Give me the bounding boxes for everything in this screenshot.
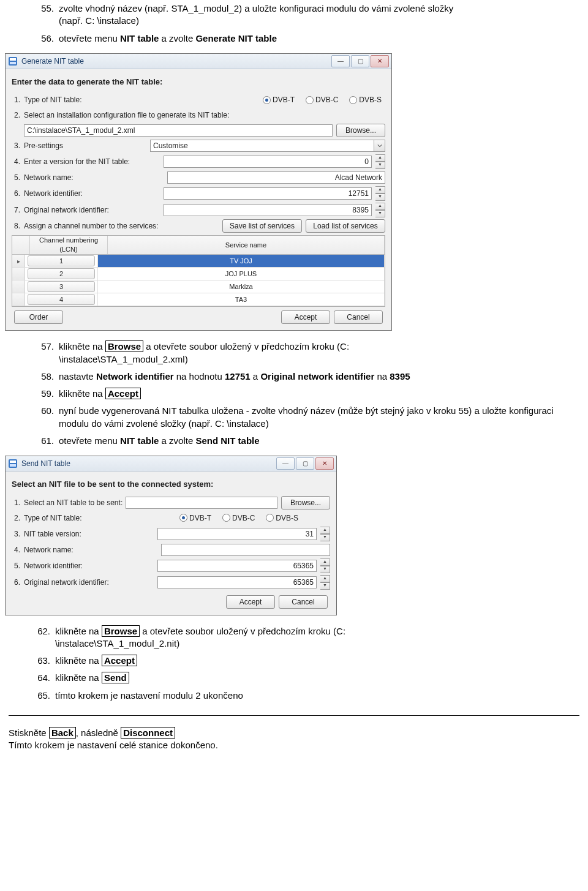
row-number: 5.	[12, 173, 20, 182]
accept-button[interactable]: Accept	[281, 310, 330, 324]
radio-dvbc[interactable]: DVB-C	[306, 95, 338, 105]
minimize-button[interactable]: —	[331, 55, 350, 67]
cancel-button[interactable]: Cancel	[279, 595, 328, 609]
close-button[interactable]: ✕	[315, 457, 334, 470]
minimize-button[interactable]: —	[276, 457, 295, 470]
table-row[interactable]: 2JOJ PLUS	[12, 268, 385, 280]
step-text: nastavte	[59, 371, 96, 382]
maximize-button[interactable]: ▢	[296, 457, 314, 470]
step-65: 65.tímto krokem je nastavení modulu 2 uk…	[0, 687, 588, 704]
step-text: klikněte na	[55, 626, 102, 636]
config-file-input[interactable]: C:\instalace\STA_1_modul_2.xml	[24, 124, 333, 137]
row-marker	[12, 280, 25, 293]
spinner-arrows[interactable]: ▲▼	[320, 527, 330, 541]
lcn-button[interactable]: 2	[28, 268, 95, 279]
chevron-down-icon: ▼	[320, 582, 330, 590]
step-bold: NIT table	[120, 33, 159, 43]
row-label: Original network identifier:	[24, 205, 146, 215]
step-text: na	[374, 371, 390, 382]
presettings-combo[interactable]: Customise	[150, 140, 385, 152]
step-text: klikněte na	[55, 672, 102, 683]
radio-icon	[263, 96, 271, 104]
cell-lcn[interactable]: 3	[25, 280, 98, 293]
spinner-arrows[interactable]: ▲▼	[320, 575, 330, 590]
cell-lcn[interactable]: 2	[25, 268, 98, 280]
row-orig-network-id: 6. Original network identifier: 65365 ▲▼	[12, 575, 330, 590]
table-row[interactable]: 4TA3	[12, 293, 385, 306]
titlebar[interactable]: Generate NIT table — ▢ ✕	[6, 54, 391, 69]
chevron-up-icon: ▲	[375, 154, 385, 162]
radio-dvbt[interactable]: DVB-T	[179, 513, 211, 523]
row-version: 3. NIT table version: 31 ▲▼	[12, 527, 330, 541]
row-label: Pre-settings	[24, 141, 146, 151]
row-label: Network name:	[24, 173, 146, 182]
close-button[interactable]: ✕	[371, 55, 389, 67]
network-id-input[interactable]: 65365	[157, 560, 317, 572]
radio-dvbc[interactable]: DVB-C	[222, 513, 255, 523]
row-number: 4.	[12, 157, 20, 167]
table-row[interactable]: 3Markiza	[12, 280, 385, 293]
radio-label: DVB-S	[276, 513, 298, 523]
combo-value: Customise	[150, 140, 374, 152]
step-56: 56.otevřete menu NIT table a zvolte Gene…	[0, 30, 588, 47]
spinner-arrows[interactable]: ▲▼	[375, 203, 385, 217]
step-boxed: Browse	[105, 340, 143, 352]
order-button[interactable]: Order	[14, 310, 63, 324]
network-name-input[interactable]: Alcad Network	[167, 171, 385, 184]
browse-button[interactable]: Browse...	[336, 124, 385, 137]
lcn-button[interactable]: 1	[28, 255, 95, 266]
row-label: Network name:	[24, 545, 122, 555]
step-text: tímto krokem je nastavení modulu 2 ukonč…	[55, 690, 243, 701]
lcn-button[interactable]: 3	[28, 281, 95, 292]
save-list-button[interactable]: Save list of services	[222, 219, 302, 233]
table-row[interactable]: ▸1TV JOJ	[12, 255, 385, 268]
maximize-button[interactable]: ▢	[351, 55, 369, 67]
spinner-arrows[interactable]: ▲▼	[320, 558, 330, 573]
spinner-arrows[interactable]: ▲▼	[375, 154, 385, 169]
network-id-input[interactable]: 12751	[164, 187, 372, 200]
nit-file-input[interactable]	[126, 497, 277, 509]
browse-button[interactable]: Browse...	[281, 496, 330, 509]
row-number: 2.	[12, 513, 20, 523]
orig-network-id-input[interactable]: 65365	[157, 576, 317, 588]
row-file: 1. Select an NIT table to be sent: Brows…	[12, 496, 330, 509]
window-title: Send NIT table	[21, 459, 276, 468]
radio-dvbt[interactable]: DVB-T	[263, 95, 295, 105]
row-number: 3.	[12, 529, 20, 539]
step-boxed: Accept	[102, 655, 137, 666]
chevron-up-icon: ▲	[320, 575, 330, 582]
row-marker	[12, 293, 25, 306]
step-text-line2: \instalace\STA_1_modul_2.xml)	[59, 354, 188, 364]
version-input[interactable]: 0	[164, 156, 372, 168]
version-input[interactable]: 31	[157, 528, 317, 540]
radio-dvbs[interactable]: DVB-S	[349, 95, 382, 105]
radio-label: DVB-S	[359, 95, 382, 105]
cell-service: TV JOJ	[98, 255, 385, 267]
svg-rect-5	[10, 464, 16, 467]
step-text: klikněte na	[59, 388, 105, 399]
row-label: Original network identifier:	[24, 577, 122, 587]
spinner-arrows[interactable]: ▲▼	[375, 186, 385, 201]
window-title: Generate NIT table	[21, 56, 331, 66]
orig-network-id-input[interactable]: 8395	[164, 204, 372, 216]
row-label: Enter a version for the NIT table:	[24, 157, 146, 167]
step-bold: 12751	[225, 371, 251, 382]
radio-label: DVB-T	[189, 513, 211, 523]
cancel-button[interactable]: Cancel	[334, 310, 383, 324]
radio-dvbs[interactable]: DVB-S	[266, 513, 298, 523]
network-name-input[interactable]	[161, 544, 330, 556]
row-number: 3.	[12, 141, 20, 151]
footer-text: Stiskněte	[9, 727, 49, 738]
load-list-button[interactable]: Load list of services	[306, 219, 385, 233]
row-number: 6.	[12, 577, 20, 587]
page: 55.zvolte vhodný název (např. STA_1_modu…	[0, 0, 588, 780]
button-row: Order Accept Cancel	[12, 307, 385, 326]
lcn-button[interactable]: 4	[28, 294, 95, 305]
accept-button[interactable]: Accept	[226, 595, 275, 609]
step-number: 65.	[32, 690, 50, 702]
titlebar[interactable]: Send NIT table — ▢ ✕	[6, 456, 336, 472]
cell-lcn[interactable]: 4	[25, 293, 98, 306]
cell-lcn[interactable]: 1	[25, 255, 98, 267]
panel-intro: Enter the data to generate the NIT table…	[12, 77, 385, 88]
step-bold: Send NIT table	[195, 435, 259, 446]
